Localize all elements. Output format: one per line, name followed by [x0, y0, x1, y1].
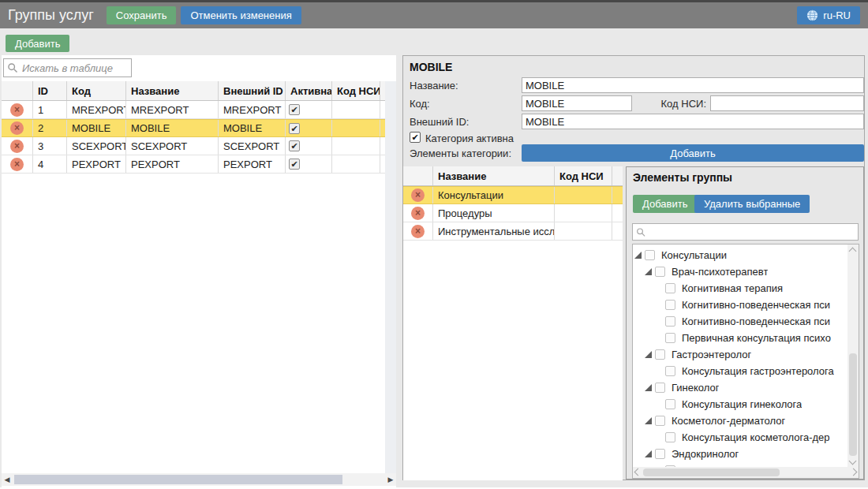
- code-field[interactable]: [522, 95, 632, 111]
- cell-active: ✔: [286, 137, 332, 155]
- add-category-element-button[interactable]: Добавить: [522, 144, 864, 162]
- delete-row-icon[interactable]: ×: [411, 207, 425, 220]
- delete-row-icon[interactable]: ×: [10, 140, 24, 153]
- group-remove-selected-button[interactable]: Удалить выбранные: [694, 195, 810, 213]
- cell-name: MREXPORT: [126, 101, 219, 118]
- hscroll-thumb[interactable]: [14, 475, 342, 484]
- scroll-right-icon[interactable]: [850, 468, 858, 476]
- active-checkbox[interactable]: ✔: [289, 140, 300, 151]
- add-group-button[interactable]: Добавить: [6, 35, 69, 52]
- table-row[interactable]: ×4PEXPORTPEXPORTPEXPORT✔: [2, 155, 385, 174]
- delete-row-icon[interactable]: ×: [10, 158, 24, 171]
- tree-vertical-scrollbar[interactable]: [847, 244, 859, 467]
- tree-checkbox[interactable]: [665, 300, 675, 310]
- tree-item[interactable]: Врач-психотерапевт: [633, 263, 848, 280]
- tree-item[interactable]: Гинеколог: [633, 379, 848, 396]
- category-elements-label: Элементы категории:: [410, 147, 511, 159]
- tree-checkbox[interactable]: [665, 316, 675, 327]
- group-add-button[interactable]: Добавить: [633, 195, 697, 213]
- detail-title: MOBILE: [410, 61, 452, 73]
- tree-horizontal-scrollbar[interactable]: [633, 467, 859, 478]
- active-checkbox[interactable]: ✔: [289, 104, 300, 115]
- tree-checkbox[interactable]: [655, 267, 665, 277]
- tree-item[interactable]: Первичная консультация психо: [633, 330, 848, 346]
- table-row[interactable]: ×1MREXPORTMREXPORTMREXPORT✔: [2, 101, 385, 119]
- tree-item[interactable]: Когнитивная терапия: [633, 280, 848, 297]
- expand-icon[interactable]: [645, 384, 652, 391]
- cell-name: SCEXPORT: [126, 137, 219, 155]
- expand-icon[interactable]: [645, 450, 652, 457]
- active-checkbox[interactable]: ✔: [289, 159, 300, 170]
- delete-cell: ×: [2, 101, 33, 118]
- tree-checkbox[interactable]: [665, 432, 675, 442]
- category-row[interactable]: ×Процедуры: [403, 204, 623, 222]
- category-active-checkbox[interactable]: ✔: [410, 132, 421, 143]
- delete-cell: ×: [403, 187, 433, 203]
- expand-icon[interactable]: [634, 252, 642, 259]
- nsi-field[interactable]: [710, 95, 864, 111]
- cell-code: PEXPORT: [67, 155, 126, 173]
- cancel-changes-button[interactable]: Отменить изменения: [181, 6, 301, 24]
- scroll-left-icon[interactable]: ◀: [2, 473, 13, 486]
- save-button[interactable]: Сохранить: [107, 6, 177, 24]
- tree-item[interactable]: Консультация гинеколога: [633, 396, 848, 412]
- table-row[interactable]: ×3SCEXPORTSCEXPORTSCEXPORT✔: [2, 137, 385, 155]
- active-checkbox[interactable]: ✔: [289, 123, 300, 134]
- locale-button[interactable]: ru-RU: [797, 6, 860, 24]
- tree-item[interactable]: Консультация косметолога-дер: [633, 429, 848, 446]
- header-cell: Код: [67, 81, 126, 100]
- category-row[interactable]: ×Инструментальные иссле: [403, 222, 623, 241]
- tree-item[interactable]: Косметолог-дерматолог: [633, 412, 848, 429]
- name-field[interactable]: [522, 77, 864, 93]
- external-id-field[interactable]: [522, 114, 864, 129]
- tree-item[interactable]: Консультации: [633, 247, 848, 263]
- tree-hscroll-thumb[interactable]: [643, 468, 780, 476]
- tree-item-label: Когнитивно-поведенческая пси: [682, 299, 830, 311]
- tree-item[interactable]: Эндокринолог: [633, 446, 848, 462]
- name-label: Название:: [410, 80, 458, 91]
- tree-checkbox[interactable]: [665, 366, 675, 376]
- group-elements-panel: Элементы группы Добавить Удалить выбранн…: [626, 166, 864, 480]
- tree-checkbox[interactable]: [655, 383, 665, 393]
- groups-panel: IDКодНазваниеВнешний IDАктивнаКод НСИ×1M…: [2, 55, 396, 487]
- category-row[interactable]: ×Консультации: [403, 186, 623, 204]
- scroll-right-icon[interactable]: ▶: [385, 473, 396, 486]
- table-search-input[interactable]: [18, 62, 128, 74]
- tree-search-input[interactable]: [645, 226, 855, 238]
- tree-checkbox[interactable]: [665, 283, 675, 293]
- scroll-up-icon[interactable]: [849, 248, 857, 256]
- table-row[interactable]: ×2MOBILEMOBILEMOBILE✔: [2, 119, 385, 137]
- delete-row-icon[interactable]: ×: [411, 189, 425, 202]
- app-header: Группы услуг Сохранить Отменить изменени…: [0, 2, 868, 28]
- tree-checkbox[interactable]: [645, 250, 655, 260]
- tree-item-label: Консультация гинеколога: [682, 398, 802, 410]
- tree-checkbox[interactable]: [665, 333, 675, 343]
- tree-rows: КонсультацииВрач-психотерапевтКогнитивна…: [633, 247, 848, 468]
- cell-nsi: [332, 137, 380, 155]
- tree-checkbox[interactable]: [655, 349, 665, 360]
- scroll-left-icon[interactable]: [634, 468, 642, 476]
- vscroll-thumb[interactable]: [849, 353, 857, 456]
- expand-icon[interactable]: [645, 268, 652, 275]
- tree-item[interactable]: Гастроэнтеролог: [633, 346, 848, 363]
- delete-row-icon[interactable]: ×: [10, 103, 24, 117]
- scroll-down-icon[interactable]: [849, 457, 857, 465]
- tree-checkbox[interactable]: [655, 416, 665, 426]
- tree-checkbox[interactable]: [665, 399, 675, 409]
- tree-checkbox[interactable]: [655, 449, 665, 459]
- delete-row-icon[interactable]: ×: [411, 225, 425, 238]
- detail-panel: MOBILE Название: Код: Код НСИ: Внешний I…: [402, 55, 865, 480]
- delete-row-icon[interactable]: ×: [10, 121, 24, 135]
- tree-item[interactable]: Консультация гастроэнтеролога: [633, 363, 848, 379]
- groups-horizontal-scrollbar[interactable]: ◀ ▶: [2, 473, 396, 486]
- tree-item[interactable]: Когнитивно-поведенческая пси: [633, 313, 848, 330]
- app-window: Группы услуг Сохранить Отменить изменени…: [0, 0, 868, 487]
- cell-name: Инструментальные иссле: [433, 222, 555, 240]
- category-table-header: НазваниеКод НСИ: [403, 166, 623, 186]
- cell-external_id: MREXPORT: [219, 101, 286, 118]
- expand-icon[interactable]: [645, 417, 652, 424]
- tree-item[interactable]: Когнитивно-поведенческая пси: [633, 297, 848, 313]
- locale-label: ru-RU: [823, 9, 851, 21]
- expand-icon[interactable]: [645, 351, 652, 358]
- groups-vertical-scrollbar[interactable]: [385, 81, 396, 473]
